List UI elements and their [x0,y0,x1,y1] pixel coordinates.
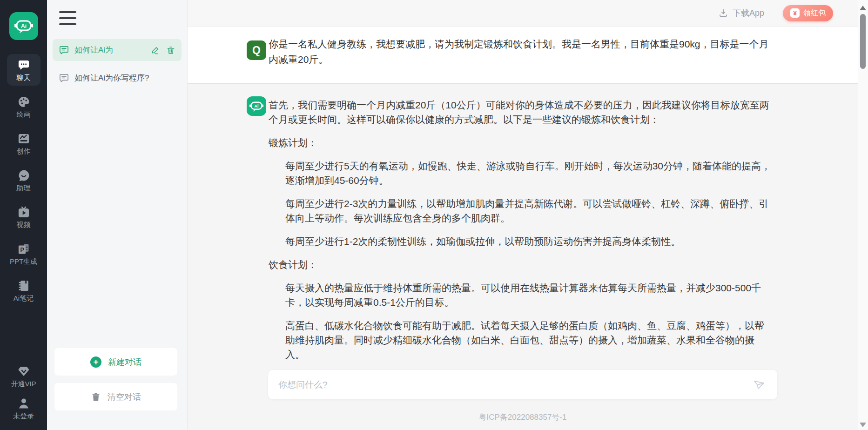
conversations-sidebar: 如何让Ai为如何让Ai为你写程序? + 新建对话 清空对话 [47,0,188,430]
rail-item-label: 创作 [17,148,31,155]
ppt-icon: P [17,242,30,255]
conversation-title: 如何让Ai为你写程序? [74,73,149,83]
chat-bubble-icon [17,59,30,72]
rail-item-create[interactable]: 创作 [7,128,40,159]
answer-message: Ai 首先，我们需要明确一个月内减重20斤（10公斤）可能对你的身体造成不必要的… [188,84,868,430]
rail-item-label: Ai笔记 [13,295,34,302]
rail-item-vip[interactable]: 开通VIP [7,361,40,391]
rail-item-label: 视频 [17,221,31,228]
user-icon [17,397,30,410]
icp-footer: 粤ICP备2022088357号-1 [188,412,858,423]
rail-item-assistant[interactable]: 助理 [7,164,40,196]
svg-text:P: P [20,247,24,253]
conversation-item[interactable]: 如何让Ai为你写程序? [53,67,182,89]
rail-item-video[interactable]: 视频 [7,201,40,233]
rail-item-label: 聊天 [17,74,31,81]
rail-item-draw[interactable]: 绘画 [7,91,40,122]
answer-paragraph: 首先，我们需要明确一个月内减重20斤（10公斤）可能对你的身体造成不必要的压力，… [269,98,774,127]
conversation-actions [151,46,175,55]
answer-paragraph: 每天摄入的热量应低于维持体重所需的热量。可以使用在线热量计算器来估算每天所需热量… [269,281,774,309]
clear-chat-label: 清空对话 [108,391,141,403]
message-icon [59,73,69,83]
rail-nav: 聊天绘画创作助理视频PPPT生成Ai笔记 [7,54,40,311]
left-rail: Ai 聊天绘画创作助理视频PPPT生成Ai笔记 开通VIP未登录 [0,0,47,430]
user-avatar: Q [247,40,266,60]
notebook-icon [17,279,30,292]
vip-diamond-icon [17,365,30,378]
video-icon [17,206,30,219]
new-chat-button[interactable]: + 新建对话 [54,348,177,376]
answer-paragraph: 每周至少进行5天的有氧运动，如慢跑、快走、游泳或骑自行车。刚开始时，每次运动30… [269,159,774,188]
menu-toggle-icon[interactable] [59,11,76,25]
answer-paragraph: 饮食计划： [269,257,774,272]
conversation-item[interactable]: 如何让Ai为 [53,39,182,61]
red-packet-button[interactable]: ¥ 领红包 [783,5,833,21]
download-app-button[interactable]: 下载App [718,7,764,19]
rail-item-chat[interactable]: 聊天 [7,54,40,86]
answer-paragraph: 每周至少进行1-2次的柔韧性训练，如瑜伽或拉伸，以帮助预防运动伤害并提高身体柔韧… [269,234,774,249]
rail-item-label: 助理 [17,184,31,192]
new-chat-label: 新建对话 [108,356,141,368]
rail-bottom-nav: 开通VIP未登录 [7,361,40,425]
chat-main: 下载App ¥ 领红包 Q 你是一名私人健身教练，我想要减肥，请为我制定锻炼和饮… [188,0,868,430]
rail-item-label: 开通VIP [11,380,36,388]
plus-icon: + [90,356,101,368]
palette-icon [17,95,30,108]
clear-chat-button[interactable]: 清空对话 [54,383,177,410]
download-icon [718,8,728,18]
svg-text:Ai: Ai [21,23,27,29]
trash-icon [91,392,101,402]
answer-paragraph: 锻炼计划： [269,135,774,150]
send-icon[interactable] [751,377,767,393]
answer-paragraph: 每周至少进行2-3次的力量训练，以帮助增加肌肉量并提高新陈代谢。可以尝试做哑铃、… [269,196,774,225]
delete-trash-icon[interactable] [166,46,175,55]
svg-text:Ai: Ai [255,104,259,108]
rail-item-login[interactable]: 未登录 [7,393,40,423]
red-packet-label: 领红包 [803,8,826,18]
edit-pencil-icon[interactable] [151,46,160,55]
create-icon [17,132,30,145]
answer-text: 首先，我们需要明确一个月内减重20斤（10公斤）可能对你的身体造成不必要的压力，… [269,98,774,370]
rail-item-ppt[interactable]: PPPT生成 [7,238,40,269]
rail-item-label: 未登录 [13,412,34,420]
scroll-up-arrow-icon[interactable] [860,6,866,10]
app-logo[interactable]: Ai [9,12,38,40]
conversation-title: 如何让Ai为 [74,45,113,55]
question-text: 你是一名私人健身教练，我想要减肥，请为我制定锻炼和饮食计划。我是一名男性，目前体… [269,36,774,67]
download-app-label: 下载App [733,7,764,19]
question-message: Q 你是一名私人健身教练，我想要减肥，请为我制定锻炼和饮食计划。我是一名男性，目… [188,27,868,84]
message-icon [59,45,69,55]
app-root: Ai 聊天绘画创作助理视频PPPT生成Ai笔记 开通VIP未登录 如何让Ai为如… [0,0,868,430]
topbar: 下载App ¥ 领红包 [188,0,868,27]
scroll-down-arrow-icon[interactable] [860,423,866,427]
rail-item-notes[interactable]: Ai笔记 [7,275,40,306]
rail-item-label: PPT生成 [10,258,37,265]
composer [268,370,777,399]
scroll-thumb[interactable] [860,14,866,69]
assistant-bubble-icon [17,169,30,182]
conversation-list: 如何让Ai为如何让Ai为你写程序? [53,39,182,95]
scrollbar[interactable] [858,0,868,430]
ai-avatar: Ai [247,96,266,116]
red-envelope-icon: ¥ [790,8,800,18]
rail-item-label: 绘画 [17,111,31,118]
chat-input[interactable] [268,370,777,399]
answer-paragraph: 高蛋白、低碳水化合物饮食可能有助于减肥。试着每天摄入足够的蛋白质（如鸡肉、鱼、豆… [269,318,774,362]
